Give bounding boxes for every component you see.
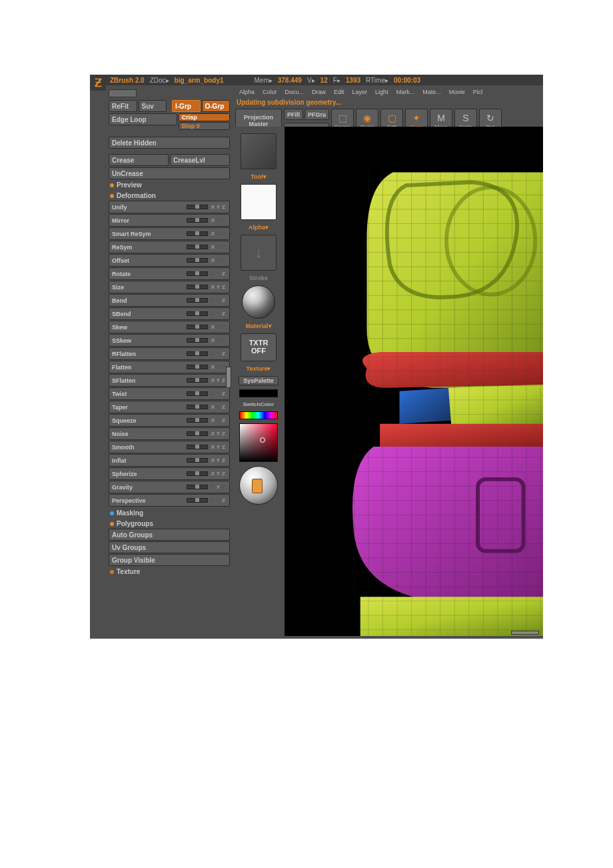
menu-item-movie[interactable]: Movie <box>446 89 468 95</box>
material-swatch[interactable] <box>242 285 275 319</box>
auto-groups-button[interactable]: Auto Groups <box>109 529 230 541</box>
menu-bar: AlphaColorDocu...DrawEditLayerLightMark.… <box>233 87 543 97</box>
uv-groups-button[interactable]: Uv Groups <box>109 541 230 553</box>
svg-rect-3 <box>448 385 543 431</box>
pfill-button[interactable]: PFill <box>284 109 303 120</box>
menu-item-alpha[interactable]: Alpha <box>237 89 257 95</box>
deform-taper[interactable]: TaperXYZ <box>109 401 230 413</box>
deform-unify[interactable]: UnifyXYZ <box>109 201 230 213</box>
menu-item-picl[interactable]: Picl <box>470 89 486 95</box>
app-window: Ƶ ZBrush 2.0 ZDoc▸ big_arm_body1 Mem▸ 37… <box>90 75 543 639</box>
menu-item-light[interactable]: Light <box>372 89 391 95</box>
alpha-label[interactable]: Alpha▾ <box>249 224 269 231</box>
left-scrollbar[interactable] <box>226 367 231 388</box>
delete-hidden-button[interactable]: Delete Hidden <box>109 137 230 149</box>
crisp-button[interactable]: Crisp <box>179 113 230 121</box>
deform-size[interactable]: SizeXYZ <box>109 281 230 293</box>
deform-sflatten[interactable]: SFlattenXYZ <box>109 374 230 387</box>
masking-section[interactable]: Masking <box>109 507 230 518</box>
deform-twist[interactable]: TwistXYZ <box>109 387 230 400</box>
rtime-value: 00:00:03 <box>394 77 420 84</box>
switchcolor-button[interactable]: SwitchColor <box>243 401 275 407</box>
svg-rect-2 <box>360 352 543 388</box>
current-material-preview[interactable] <box>239 466 278 505</box>
v-label: V▸ <box>307 77 315 84</box>
section-dot-icon <box>110 183 114 187</box>
section-dot-icon <box>110 511 114 515</box>
uncrease-button[interactable]: UnCrease <box>109 167 230 179</box>
zdoc-label: ZDoc▸ <box>150 77 169 84</box>
quick-icon: ◉ <box>363 113 371 123</box>
rtime-label: RTime▸ <box>366 77 388 84</box>
color-preview <box>239 389 278 397</box>
deform-flatten[interactable]: FlattenXYZ <box>109 361 230 373</box>
mem-value: 378.449 <box>278 77 302 84</box>
hue-bar[interactable] <box>239 411 278 419</box>
texture-swatch[interactable]: TXTROFF <box>241 333 277 361</box>
ogrp-button[interactable]: O-Grp <box>202 100 231 112</box>
deform-offset[interactable]: OffsetXYZ <box>109 254 230 267</box>
menu-item-edit[interactable]: Edit <box>331 89 347 95</box>
deform-skew[interactable]: SkewXYZ <box>109 321 230 333</box>
deform-sbend[interactable]: SBendXYZ <box>109 307 230 320</box>
titlebar: ZBrush 2.0 ZDoc▸ big_arm_body1 Mem▸ 378.… <box>106 75 543 85</box>
igrp-button[interactable]: I-Grp <box>172 100 201 112</box>
alpha-swatch[interactable] <box>241 184 277 220</box>
polygroups-section[interactable]: Polygroups <box>109 518 230 529</box>
zdoc-value: big_arm_body1 <box>175 77 224 84</box>
tool-label[interactable]: Tool▾ <box>251 173 266 180</box>
svg-rect-4 <box>347 447 543 603</box>
deform-rotate[interactable]: RotateXYZ <box>109 267 230 280</box>
deform-sskew[interactable]: SSkewXYZ <box>109 334 230 347</box>
crease-button[interactable]: Crease <box>109 154 169 166</box>
preview-section[interactable]: Preview <box>109 179 230 190</box>
deformation-section[interactable]: Deformation <box>109 190 230 201</box>
viewport-scrollbar[interactable] <box>511 631 539 635</box>
deform-smooth[interactable]: SmoothXYZ <box>109 441 230 453</box>
menu-item-mark[interactable]: Mark... <box>394 89 418 95</box>
disp0-button[interactable]: Disp 0 <box>179 122 230 130</box>
pfgra-button[interactable]: PFGra <box>305 109 329 120</box>
deform-inflat[interactable]: InflatXYZ <box>109 454 230 467</box>
stroke-label[interactable]: Stroke <box>249 275 268 281</box>
deform-noise[interactable]: NoiseXYZ <box>109 427 230 440</box>
texture-section[interactable]: Texture <box>109 566 230 577</box>
stroke-swatch[interactable]: ↓ <box>241 235 277 271</box>
main-area: AlphaColorDocu...DrawEditLayerLightMark.… <box>233 87 543 639</box>
color-picker[interactable] <box>239 423 278 462</box>
syspalette-button[interactable]: SysPalette <box>239 376 279 385</box>
rotate-icon: ↻ <box>486 113 494 123</box>
deform-bend[interactable]: BendXYZ <box>109 294 230 307</box>
menu-item-mate[interactable]: Mate... <box>420 89 444 95</box>
group-visible-button[interactable]: Group Visible <box>109 554 230 566</box>
f-label: F▸ <box>333 77 340 84</box>
deform-perspective[interactable]: PerspectiveXYZ <box>109 494 230 507</box>
deform-rflatten[interactable]: RFlattenXYZ <box>109 347 230 360</box>
deform-mirror[interactable]: MirrorXYZ <box>109 214 230 227</box>
move-icon: M <box>437 113 445 123</box>
tool-swatch[interactable] <box>241 133 277 169</box>
material-label[interactable]: Material▾ <box>245 323 271 329</box>
crease-lvl-button[interactable]: CreaseLvl <box>170 154 230 166</box>
menu-item-docu[interactable]: Docu... <box>283 89 307 95</box>
deform-gravity[interactable]: GravityXYZ <box>109 481 230 493</box>
edit-icon: ▢ <box>388 113 396 123</box>
viewport[interactable] <box>285 127 543 636</box>
menu-item-color[interactable]: Color <box>260 89 280 95</box>
deform-smart-resym[interactable]: Smart ReSymXYZ <box>109 227 230 240</box>
stroke-icon: ↓ <box>248 242 269 263</box>
app-name: ZBrush 2.0 <box>110 77 145 84</box>
left-panel: ReFit Suv I-Grp O-Grp Edge Loop Crisp Di… <box>106 87 233 639</box>
scale-icon: S <box>462 113 468 123</box>
deform-spherize[interactable]: SpherizeXYZ <box>109 467 230 480</box>
menu-item-layer[interactable]: Layer <box>350 89 370 95</box>
section-dot-icon <box>110 570 114 574</box>
deform-squeeze[interactable]: SqueezeXYZ <box>109 414 230 427</box>
f-value: 1393 <box>346 77 360 84</box>
menu-item-draw[interactable]: Draw <box>309 89 328 95</box>
deform-resym[interactable]: ReSymXYZ <box>109 241 230 253</box>
texture-label[interactable]: Texture▾ <box>247 365 271 372</box>
suv-button[interactable]: Suv <box>139 100 167 112</box>
refit-button[interactable]: ReFit <box>109 100 137 112</box>
edge-loop-button[interactable]: Edge Loop <box>109 113 177 125</box>
